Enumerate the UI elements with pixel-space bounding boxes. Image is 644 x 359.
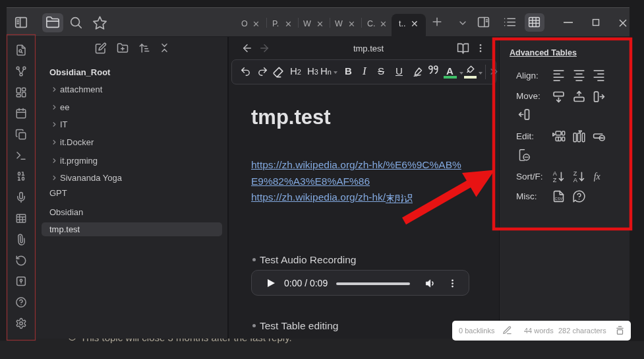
svg-text:A: A — [553, 170, 558, 177]
svg-text:CSV: CSV — [555, 197, 563, 201]
svg-text:fx: fx — [594, 172, 601, 181]
svg-text:Z: Z — [553, 177, 557, 183]
svg-text:Z: Z — [573, 170, 577, 177]
svg-text:A: A — [573, 177, 578, 183]
